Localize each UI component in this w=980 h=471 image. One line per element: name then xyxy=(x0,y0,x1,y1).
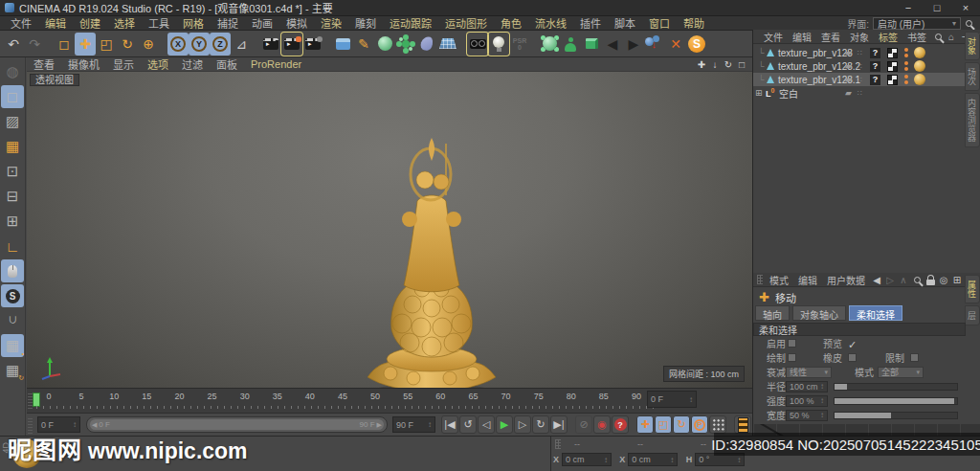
value-field[interactable]: 50 %↕ xyxy=(786,410,828,421)
object-row-null[interactable]: ⊞ L0 空白 xyxy=(753,86,966,100)
xpresso-icon[interactable]: ✕ xyxy=(665,33,686,56)
am-menu-userdata[interactable]: 用户数据 xyxy=(822,273,870,287)
polygons-mode-icon[interactable]: ⊞ xyxy=(1,210,24,233)
menu-create[interactable]: 创建 xyxy=(73,15,107,31)
value-field[interactable]: 100 %↕ xyxy=(786,395,828,407)
key-rotation-icon[interactable]: ↻ xyxy=(673,415,690,434)
tab-takes[interactable]: 场次 xyxy=(965,62,980,91)
deformer-icon[interactable] xyxy=(416,33,437,56)
simulation-s-icon[interactable]: S xyxy=(1,284,24,307)
next-frame-icon[interactable]: ▷ xyxy=(514,415,531,434)
toggle-view-icon[interactable]: □ xyxy=(735,57,748,71)
question-tag-icon[interactable] xyxy=(870,61,880,72)
render-view-icon[interactable] xyxy=(260,33,281,56)
key-position-icon[interactable]: ✚ xyxy=(636,415,654,434)
vp-menu-prorender[interactable]: ProRender xyxy=(244,58,308,70)
stepper-icon[interactable]: ↕ xyxy=(820,382,824,391)
coord-input[interactable]: 0 cm↕ xyxy=(628,453,678,466)
menu-tools[interactable]: 工具 xyxy=(142,15,176,31)
menu-edit[interactable]: 编辑 xyxy=(38,15,73,31)
key-scale-icon[interactable]: ◰ xyxy=(655,415,672,434)
mode-dropdown[interactable]: 全部▾ xyxy=(878,367,924,378)
eraser-checkbox[interactable] xyxy=(848,353,857,362)
falloff-dropdown[interactable]: 线性▾ xyxy=(786,367,832,378)
search-icon[interactable] xyxy=(961,16,976,30)
range-slider-bar[interactable] xyxy=(90,419,384,430)
question-tag-icon[interactable] xyxy=(870,75,880,85)
material-tag-icon[interactable] xyxy=(914,74,925,85)
slider-track[interactable] xyxy=(834,412,958,419)
vp-menu-display[interactable]: 显示 xyxy=(106,57,141,72)
viewport-canvas[interactable]: 查看摄像机显示选项过滤面板ProRender ✚↓↻□ 透视视图 网格间距 : … xyxy=(27,57,752,388)
target-icon[interactable]: ◎ xyxy=(937,274,950,286)
floor-icon[interactable] xyxy=(437,33,458,56)
search-icon[interactable] xyxy=(910,274,924,286)
previous-arrow-icon[interactable]: ◀ xyxy=(602,33,623,56)
menu-file[interactable]: 文件 xyxy=(4,15,38,31)
pen-spline-icon[interactable]: ✎ xyxy=(353,33,374,56)
menu-character[interactable]: 角色 xyxy=(494,15,528,31)
y-axis-lock-icon[interactable]: Y xyxy=(189,33,210,56)
stepper-icon[interactable]: ↕ xyxy=(604,456,608,464)
home-icon[interactable]: ⌂ xyxy=(945,31,958,43)
workplane-mode-icon[interactable]: ▦ xyxy=(1,135,24,158)
render-picture-viewer-icon[interactable] xyxy=(281,33,302,56)
close-button[interactable]: × xyxy=(951,0,980,15)
menu-motion-tracker[interactable]: 运动跟踪 xyxy=(383,15,438,31)
viewport-view-label[interactable]: 透视视图 xyxy=(30,74,79,86)
selection-tags-icon[interactable] xyxy=(904,48,908,52)
scale-tool-icon[interactable]: ◰ xyxy=(96,33,117,56)
menu-mesh[interactable]: 网格 xyxy=(176,15,211,31)
stepper-icon[interactable]: ↕ xyxy=(820,396,824,405)
autokey-icon[interactable]: ? xyxy=(612,415,629,434)
convert-object-icon[interactable]: ◍ xyxy=(1,60,24,83)
uvw-checker-tag-icon[interactable] xyxy=(887,61,898,72)
edges-mode-icon[interactable]: ⊟ xyxy=(1,185,24,208)
maximize-button[interactable]: □ xyxy=(923,0,951,15)
minimize-button[interactable]: − xyxy=(894,0,923,15)
menu-sculpt[interactable]: 雕刻 xyxy=(348,15,383,31)
coord-column-header[interactable]: -- xyxy=(563,439,626,449)
menu-animate[interactable]: 动画 xyxy=(245,15,279,31)
character-figure-icon[interactable] xyxy=(560,33,581,56)
texture-mode-icon[interactable]: ▨ xyxy=(1,110,24,133)
previous-frame-icon[interactable]: ◁ xyxy=(478,415,495,434)
menu-pipeline[interactable]: 流水线 xyxy=(528,15,573,31)
redo-icon[interactable]: ↷ xyxy=(24,33,45,56)
uvw-checker-tag-icon[interactable] xyxy=(887,75,898,85)
psr-icon[interactable]: PSR 0 xyxy=(509,33,530,56)
object-row-texture-3[interactable]: texture_pbr_v128.1 xyxy=(753,73,966,86)
slider-track[interactable] xyxy=(834,383,958,391)
back-arrow-icon[interactable]: ◀ xyxy=(870,274,883,286)
vp-menu-filter[interactable]: 过滤 xyxy=(175,57,210,72)
menu-select[interactable]: 选择 xyxy=(107,15,142,31)
live-selection-tool-icon[interactable]: ◻ xyxy=(54,33,75,56)
menu-window[interactable]: 窗口 xyxy=(642,15,677,31)
value-field[interactable]: 100 cm↕ xyxy=(786,381,828,392)
timeline[interactable]: 051015202530354045505560657075808590 0 F… xyxy=(27,388,752,413)
om-menu-file[interactable]: 文件 xyxy=(759,30,788,44)
subdivision-surface-icon[interactable] xyxy=(374,33,395,56)
stepper-icon[interactable]: ↕ xyxy=(737,456,741,464)
undo-icon[interactable]: ↶ xyxy=(3,33,24,56)
pan-view-icon[interactable]: ✚ xyxy=(695,57,708,71)
tab-layers[interactable]: 层 xyxy=(965,305,980,325)
record-key-icon[interactable]: ◉ xyxy=(593,415,611,434)
enable-checkbox[interactable] xyxy=(788,339,796,348)
tab-axis[interactable]: 轴向 xyxy=(755,305,790,321)
film-strip-icon[interactable] xyxy=(734,415,751,434)
key-pla-icon[interactable] xyxy=(709,415,726,434)
selection-tags-icon[interactable] xyxy=(904,61,908,65)
workplane-rotate-icon[interactable]: ▦↻ xyxy=(1,359,24,382)
tab-objects[interactable]: 对象 xyxy=(965,32,980,60)
menu-snap[interactable]: 捕捉 xyxy=(211,15,245,31)
menu-render[interactable]: 渲染 xyxy=(314,15,348,31)
end-frame-field[interactable]: 90 F↕ xyxy=(392,416,435,433)
stepper-icon[interactable]: ↕ xyxy=(670,456,674,464)
search-icon[interactable] xyxy=(931,31,945,43)
coord-input[interactable]: 0 cm↕ xyxy=(562,453,612,466)
om-menu-edit[interactable]: 编辑 xyxy=(788,30,816,44)
previous-key-icon[interactable]: ↺ xyxy=(459,415,477,434)
rotate-tool-icon[interactable]: ↻ xyxy=(117,33,138,56)
preview-checkbox[interactable] xyxy=(848,339,859,348)
